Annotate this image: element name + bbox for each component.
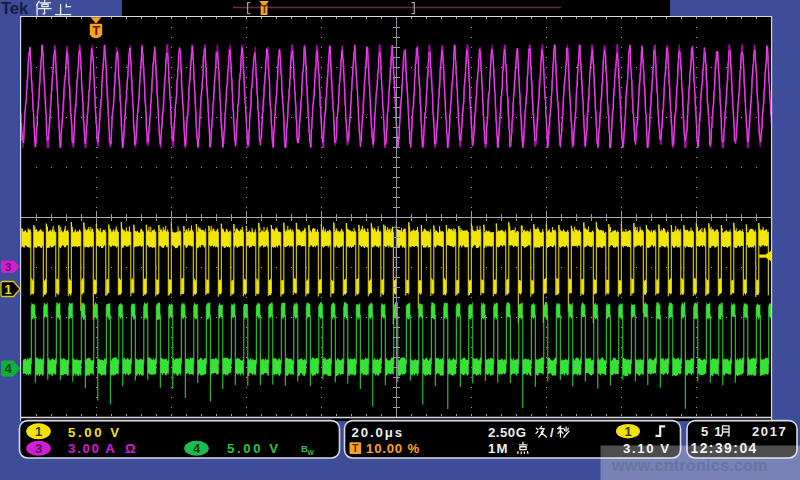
svg-text:4: 4 — [193, 441, 201, 456]
svg-text:1: 1 — [624, 424, 631, 439]
svg-text:/: / — [550, 425, 554, 440]
svg-text:T: T — [352, 442, 359, 454]
svg-text:W: W — [308, 449, 315, 456]
svg-text:4: 4 — [5, 361, 13, 376]
svg-text:1: 1 — [35, 424, 42, 439]
svg-text:T: T — [261, 4, 267, 15]
svg-text:3.00 A: 3.00 A — [68, 441, 117, 456]
svg-text:2017: 2017 — [752, 424, 787, 439]
svg-text:2.50G: 2.50G — [488, 425, 526, 440]
svg-text:Ω: Ω — [125, 441, 136, 456]
svg-text:Tek: Tek — [1, 0, 29, 17]
svg-text:3: 3 — [5, 261, 11, 273]
svg-text:5.00 V: 5.00 V — [68, 425, 122, 440]
svg-text:1: 1 — [5, 282, 12, 297]
svg-text:20.0μs: 20.0μs — [352, 425, 404, 440]
svg-text:T: T — [92, 23, 100, 38]
svg-text:5 1: 5 1 — [701, 424, 723, 439]
svg-text:www.cntronics.com: www.cntronics.com — [611, 456, 768, 474]
svg-text:3: 3 — [35, 441, 42, 456]
svg-text:10.00 %: 10.00 % — [366, 441, 420, 456]
svg-text:1M: 1M — [488, 441, 509, 456]
svg-text:5.00 V: 5.00 V — [227, 441, 281, 456]
